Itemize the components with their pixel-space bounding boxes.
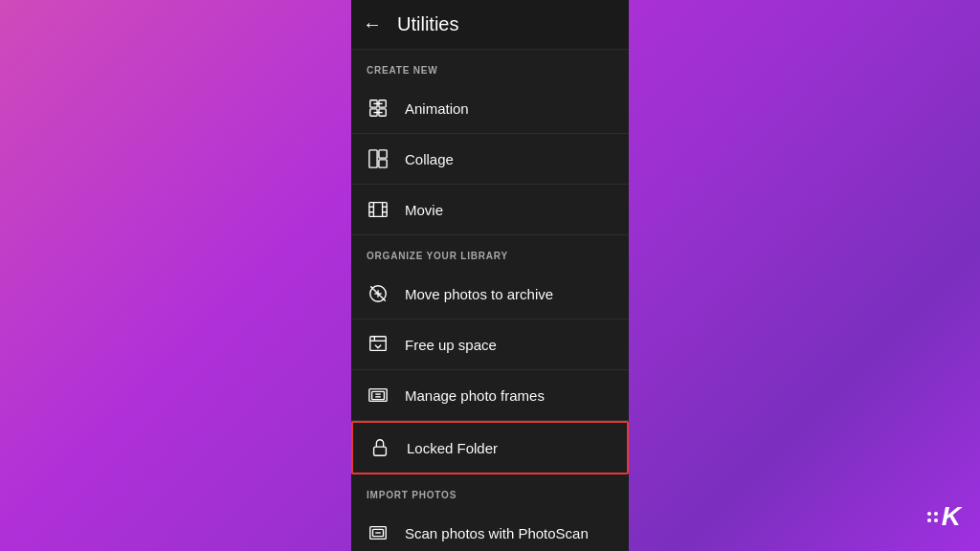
collage-label: Collage [405,151,454,167]
logo-dot [927,518,931,522]
logo-dot [927,512,931,516]
phone-panel: ← Utilities CREATE NEW Animation [351,0,629,551]
menu-item-photo-frames[interactable]: Manage photo frames [351,370,629,421]
frames-icon [367,384,390,407]
free-space-label: Free up space [405,337,497,353]
menu-item-animation[interactable]: Animation [351,83,629,134]
menu-item-locked-folder[interactable]: Locked Folder [351,421,629,474]
photoscan-label: Scan photos with PhotoScan [405,525,589,541]
movie-icon [367,198,390,221]
svg-rect-24 [372,391,385,399]
section-organize: ORGANIZE YOUR LIBRARY [351,235,629,269]
svg-rect-27 [374,447,387,455]
logo-dots [927,512,938,522]
header: ← Utilities [351,0,629,50]
arrow-annotation [617,422,629,474]
free-space-icon [367,333,390,356]
logo-dot [934,518,938,522]
page-title: Utilities [397,13,458,35]
logo-dot [934,512,938,516]
svg-rect-9 [369,203,387,217]
collage-icon [367,147,390,170]
frames-label: Manage photo frames [405,387,545,404]
section-create-new: CREATE NEW [351,50,629,83]
svg-rect-8 [379,160,387,167]
lock-icon [368,436,391,459]
animation-icon [367,97,390,120]
menu-item-movie[interactable]: Movie [351,185,629,235]
locked-folder-label: Locked Folder [407,440,498,456]
menu-item-photoscan[interactable]: Scan photos with PhotoScan [351,508,629,551]
section-import: IMPORT PHOTOS [351,474,629,508]
animation-label: Animation [405,100,469,117]
logo-letter: K [942,501,961,532]
svg-rect-6 [369,150,377,167]
back-button[interactable]: ← [363,13,382,35]
movie-label: Movie [405,202,443,218]
svg-rect-7 [379,150,387,158]
archive-icon [367,282,390,305]
menu-item-collage[interactable]: Collage [351,134,629,185]
knowtechie-logo: K [927,501,961,532]
archive-label: Move photos to archive [405,286,553,302]
menu-item-archive[interactable]: Move photos to archive [351,269,629,320]
content-area: CREATE NEW Animation [351,50,629,551]
menu-item-free-space[interactable]: Free up space [351,320,629,370]
scan-icon [367,521,390,544]
